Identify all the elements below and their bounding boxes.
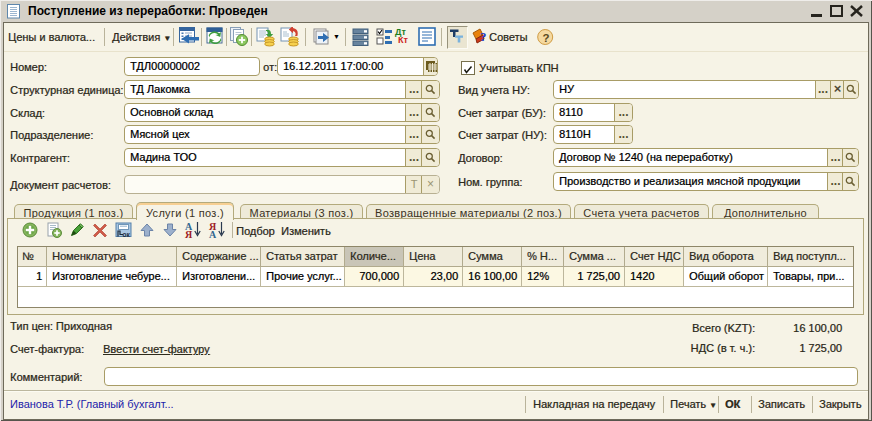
svg-text:А: А	[209, 229, 217, 239]
svg-text:?: ?	[480, 29, 487, 44]
svg-text:Я: Я	[185, 229, 193, 239]
svg-text:ок: ок	[123, 231, 131, 238]
svg-text:?: ?	[542, 32, 549, 44]
